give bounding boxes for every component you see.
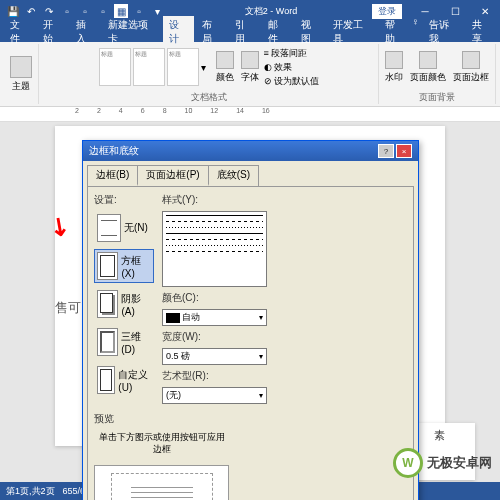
themes-button[interactable]: 主题 <box>8 54 34 95</box>
dialog-tab-borders[interactable]: 边框(B) <box>87 165 138 186</box>
style-gallery[interactable]: 标题 标题 标题 ▾ <box>99 48 211 86</box>
gallery-more-icon[interactable]: ▾ <box>201 48 211 86</box>
threed-icon <box>97 328 118 356</box>
preview-hint: 单击下方图示或使用按钮可应用边框 <box>94 430 229 457</box>
ribbon-group-format: 标题 标题 标题 ▾ 颜色 字体 ≡ 段落间距 ◐ 效果 ⊘ 设为默认值 文档格… <box>39 44 379 104</box>
style-label: 样式(Y): <box>162 193 267 207</box>
width-select[interactable]: 0.5 磅 <box>162 348 267 365</box>
ribbon-tabs: 文件 开始 插入 新建选项卡 设计 布局 引用 邮件 视图 开发工具 帮助 ♀ … <box>0 22 500 42</box>
art-select[interactable]: (无) <box>162 387 267 404</box>
preview-label: 预览 <box>94 412 229 426</box>
width-label: 宽度(W): <box>162 330 267 344</box>
setting-none[interactable]: 无(N) <box>94 211 154 245</box>
style-listbox[interactable] <box>162 211 267 287</box>
themes-icon <box>10 56 32 78</box>
watermark-logo: W <box>393 448 423 478</box>
style-column: 样式(Y): 颜色(C): 自动 宽度(W): 0.5 磅 艺术型(R): (无… <box>162 193 267 404</box>
dialog-help-icon[interactable]: ? <box>378 144 394 158</box>
page-color-button[interactable]: 页面颜色 <box>408 49 448 86</box>
color-label: 颜色(C): <box>162 291 267 305</box>
ribbon: 主题 标题 标题 标题 ▾ 颜色 字体 ≡ 段落间距 ◐ 效果 ⊘ 设为默认值 … <box>0 42 500 107</box>
group-label: 文档格式 <box>191 90 227 104</box>
dialog-titlebar[interactable]: 边框和底纹 ?× <box>83 141 418 161</box>
shadow-icon <box>97 290 118 318</box>
colors-button[interactable]: 颜色 <box>214 49 236 86</box>
dialog-body: 设置: 无(N) 方框(X) 阴影(A) 三维(D) 自定义(U) 样式(Y):… <box>87 186 414 500</box>
para-spacing-button[interactable]: ≡ 段落间距 <box>264 47 319 60</box>
setting-shadow[interactable]: 阴影(A) <box>94 287 154 321</box>
app-window: 💾 ↶ ↷ ▫ ▫ ▫ ▦ ▫ ▾ 文档2 - Word 登录 ─ ☐ ✕ 文件… <box>0 0 500 500</box>
set-default-button[interactable]: ⊘ 设为默认值 <box>264 75 319 88</box>
dialog-title: 边框和底纹 <box>89 144 139 158</box>
page-border-button[interactable]: 页面边框 <box>451 49 491 86</box>
none-icon <box>97 214 121 242</box>
watermark-text: 无极安卓网 <box>427 454 492 472</box>
colors-icon <box>216 51 234 69</box>
site-watermark: W 无极安卓网 <box>393 448 492 478</box>
fonts-button[interactable]: 字体 <box>239 49 261 86</box>
fonts-icon <box>241 51 259 69</box>
page-color-icon <box>419 51 437 69</box>
setting-custom[interactable]: 自定义(U) <box>94 363 154 397</box>
custom-icon <box>97 366 115 394</box>
setting-box[interactable]: 方框(X) <box>94 249 154 283</box>
dialog-tab-page-borders[interactable]: 页面边框(P) <box>137 165 208 186</box>
page-count[interactable]: 第1页,共2页 <box>6 485 55 498</box>
setting-3d[interactable]: 三维(D) <box>94 325 154 359</box>
color-select[interactable]: 自动 <box>162 309 267 326</box>
themes-label: 主题 <box>12 80 30 93</box>
dialog-tab-shading[interactable]: 底纹(S) <box>208 165 259 186</box>
style-thumb[interactable]: 标题 <box>167 48 199 86</box>
preview-column: 预览 单击下方图示或使用按钮可应用边框 应用于(L): 整篇文档 选项(Q)..… <box>94 412 229 500</box>
borders-dialog: 边框和底纹 ?× 边框(B) 页面边框(P) 底纹(S) 设置: 无(N) 方框… <box>82 140 419 500</box>
settings-label: 设置: <box>94 193 154 207</box>
group-label: 页面背景 <box>419 90 455 104</box>
style-thumb[interactable]: 标题 <box>133 48 165 86</box>
page-border-icon <box>462 51 480 69</box>
dialog-close-icon[interactable]: × <box>396 144 412 158</box>
ribbon-group-themes: 主题 <box>4 44 39 104</box>
effects-button[interactable]: ◐ 效果 <box>264 61 319 74</box>
style-thumb[interactable]: 标题 <box>99 48 131 86</box>
ribbon-group-background: 水印 页面颜色 页面边框 页面背景 <box>379 44 496 104</box>
preview-box[interactable] <box>94 465 229 500</box>
art-label: 艺术型(R): <box>162 369 267 383</box>
watermark-button[interactable]: 水印 <box>383 49 405 86</box>
dialog-tabs: 边框(B) 页面边框(P) 底纹(S) <box>83 161 418 186</box>
ruler[interactable]: 2246810121416 <box>0 107 500 122</box>
settings-column: 设置: 无(N) 方框(X) 阴影(A) 三维(D) 自定义(U) <box>94 193 154 404</box>
watermark-icon <box>385 51 403 69</box>
box-icon <box>97 252 118 280</box>
